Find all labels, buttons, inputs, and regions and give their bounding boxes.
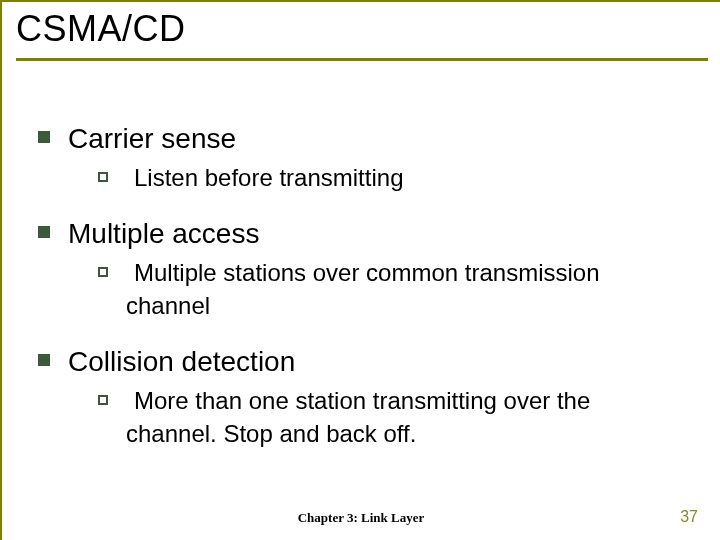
slide-body: Carrier sense Listen before transmitting… (2, 61, 720, 450)
item-label: Carrier sense (68, 121, 236, 156)
sub-item-text: Listen before transmitting (126, 162, 403, 194)
slide: CSMA/CD Carrier sense Listen before tran… (0, 0, 720, 540)
item-label: Multiple access (68, 216, 259, 251)
outline-square-bullet-icon (98, 267, 108, 277)
sub-list: Multiple stations over common transmissi… (98, 257, 690, 322)
list-item: Carrier sense (38, 121, 690, 156)
square-bullet-icon (38, 354, 50, 366)
outline-square-bullet-icon (98, 395, 108, 405)
sub-list-item: Listen before transmitting (98, 162, 690, 194)
list-item: Multiple access (38, 216, 690, 251)
square-bullet-icon (38, 226, 50, 238)
slide-title: CSMA/CD (16, 8, 720, 56)
sub-list: More than one station transmitting over … (98, 385, 690, 450)
sub-list-item: Multiple stations over common transmissi… (98, 257, 690, 322)
page-number: 37 (680, 508, 698, 526)
square-bullet-icon (38, 131, 50, 143)
title-area: CSMA/CD (2, 2, 720, 61)
sub-item-text: More than one station transmitting over … (126, 385, 686, 450)
footer-chapter: Chapter 3: Link Layer (2, 510, 720, 526)
item-label: Collision detection (68, 344, 295, 379)
sub-list-item: More than one station transmitting over … (98, 385, 690, 450)
sub-item-text: Multiple stations over common transmissi… (126, 257, 686, 322)
outline-square-bullet-icon (98, 172, 108, 182)
sub-list: Listen before transmitting (98, 162, 690, 194)
list-item: Collision detection (38, 344, 690, 379)
